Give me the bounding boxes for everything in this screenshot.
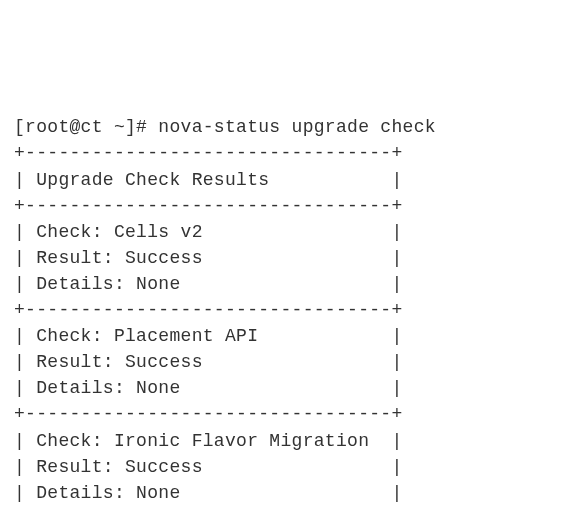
table-row: | Check: Cells v2 | [14, 222, 403, 242]
shell-prompt: [root@ct ~]# [14, 117, 158, 137]
table-border: +---------------------------------+ [14, 196, 403, 216]
table-border: +---------------------------------+ [14, 143, 403, 163]
table-row: | Details: None | [14, 483, 403, 503]
table-border: +---------------------------------+ [14, 300, 403, 320]
table-row: | Details: None | [14, 378, 403, 398]
table-row: | Result: Success | [14, 248, 403, 268]
terminal-output: [root@ct ~]# nova-status upgrade check +… [14, 114, 565, 509]
table-row: | Result: Success | [14, 352, 403, 372]
table-row: | Result: Success | [14, 457, 403, 477]
table-row: | Check: Ironic Flavor Migration | [14, 431, 403, 451]
table-header: | Upgrade Check Results | [14, 170, 403, 190]
shell-command: nova-status upgrade check [158, 117, 436, 137]
table-row: | Details: None | [14, 274, 403, 294]
table-row: | Check: Placement API | [14, 326, 403, 346]
table-border: +---------------------------------+ [14, 404, 403, 424]
